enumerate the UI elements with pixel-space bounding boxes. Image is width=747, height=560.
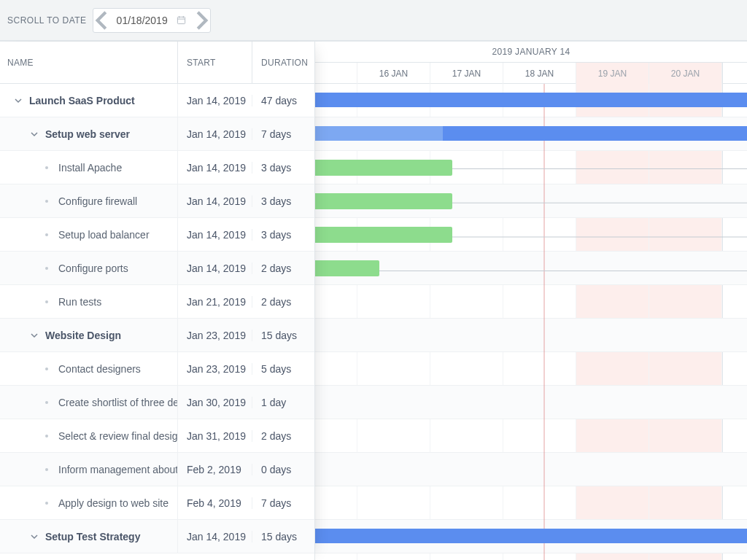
task-name: Inform management about decision [58,464,178,475]
task-name: Website Design [45,330,121,341]
table-row[interactable]: Create shortlist of three designsJan 30,… [0,386,314,419]
day-header [315,63,357,84]
task-name: Create shortlist of three designs [58,397,178,408]
task-start: Jan 14, 2019 [178,162,252,174]
task-start: Feb 4, 2019 [178,497,252,509]
summary-bar[interactable] [315,126,747,141]
task-start: Jan 14, 2019 [178,262,252,274]
col-header-duration[interactable]: DURATION [252,42,314,83]
timeline-header: 2019 JANUARY 14 16 JAN17 JAN18 JAN19 JAN… [315,42,747,84]
chevron-down-icon[interactable] [29,330,39,341]
table-row[interactable]: Configure portsJan 14, 20192 days [0,252,314,285]
task-name: Install Apache [58,162,122,174]
table-row[interactable]: Contact designersJan 23, 20195 days [0,352,314,386]
task-name: Select & review final design [58,430,178,442]
task-name: Configure firewall [58,195,137,207]
task-name: Apply design to web site [58,497,169,509]
day-header: 19 JAN [576,63,649,84]
scroll-to-date-label: SCROLL TO DATE [7,15,87,26]
task-start: Jan 21, 2019 [178,296,252,308]
day-header: 20 JAN [649,63,722,84]
table-row[interactable]: Install ApacheJan 14, 20193 days [0,151,314,184]
leaf-dot-icon [45,502,48,505]
chevron-down-icon[interactable] [29,532,39,542]
toolbar: SCROLL TO DATE [0,0,747,41]
task-duration: 15 days [252,330,314,341]
leaf-dot-icon [45,368,48,370]
col-header-start[interactable]: START [178,42,252,83]
task-start: Jan 23, 2019 [178,363,252,375]
date-input[interactable] [114,15,174,26]
gantt-timeline[interactable]: 2019 JANUARY 14 16 JAN17 JAN18 JAN19 JAN… [315,42,747,560]
task-name: Run tests [58,296,101,308]
task-start: Jan 23, 2019 [178,330,252,341]
svg-rect-0 [177,17,185,23]
table-row[interactable]: Select & review final designJan 31, 2019… [0,419,314,453]
task-start: Jan 14, 2019 [178,128,252,140]
task-duration: 2 days [252,430,314,442]
task-name: Launch SaaS Product [29,95,135,106]
task-start: Jan 31, 2019 [178,430,252,442]
grid-header: NAME START DURATION [0,42,314,84]
leaf-dot-icon [45,435,48,438]
leaf-dot-icon [45,267,48,270]
task-start: Feb 2, 2019 [178,464,252,475]
summary-bar[interactable] [315,93,747,107]
leaf-dot-icon [45,233,48,236]
table-row[interactable]: Launch SaaS ProductJan 14, 201947 days [0,84,314,117]
leaf-dot-icon [45,468,48,471]
chevron-down-icon[interactable] [13,96,23,106]
table-row[interactable]: Setup Test StrategyJan 14, 201915 days [0,520,314,553]
table-row[interactable]: Setup web serverJan 14, 20197 days [0,117,314,151]
day-header: 2 [722,63,747,84]
task-duration: 5 days [252,363,314,375]
date-prev-button[interactable] [93,9,114,32]
day-header: 17 JAN [430,63,503,84]
task-grid: NAME START DURATION Launch SaaS ProductJ… [0,42,315,560]
task-duration: 15 days [252,531,314,542]
table-row[interactable]: Website DesignJan 23, 201915 days [0,319,314,352]
date-picker[interactable] [93,8,211,33]
table-row[interactable]: Configure firewallJan 14, 20193 days [0,184,314,218]
task-duration: 3 days [252,195,314,207]
calendar-icon[interactable] [174,15,190,25]
summary-bar[interactable] [315,529,747,543]
task-bar[interactable] [315,193,452,209]
chevron-down-icon[interactable] [29,129,39,139]
task-start: Jan 30, 2019 [178,397,252,408]
task-start: Jan 14, 2019 [178,95,252,106]
task-duration: 3 days [252,229,314,241]
table-row[interactable]: Run testsJan 21, 20192 days [0,285,314,319]
task-start: Jan 14, 2019 [178,531,252,542]
task-name: Setup web server [45,128,130,140]
task-bar[interactable] [315,160,452,176]
task-name: Contact designers [58,363,141,375]
day-header: 18 JAN [503,63,576,84]
leaf-dot-icon [45,300,48,303]
task-bar[interactable] [315,227,452,243]
task-name: Configure ports [58,262,128,274]
task-duration: 2 days [252,296,314,308]
table-row[interactable]: Apply design to web siteFeb 4, 20197 day… [0,486,314,520]
col-header-name[interactable]: NAME [0,42,178,83]
task-duration: 3 days [252,162,314,174]
task-bar[interactable] [315,260,379,276]
leaf-dot-icon [45,401,48,404]
table-row[interactable]: Inform management about decisionFeb 2, 2… [0,453,314,486]
task-name: Setup Test Strategy [45,531,140,542]
task-duration: 47 days [252,95,314,106]
task-duration: 1 day [252,397,314,408]
date-next-button[interactable] [190,9,210,32]
leaf-dot-icon [45,200,48,203]
task-duration: 0 days [252,464,314,475]
task-duration: 7 days [252,128,314,140]
leaf-dot-icon [45,166,48,169]
task-start: Jan 14, 2019 [178,195,252,207]
task-duration: 7 days [252,497,314,509]
day-header: 16 JAN [357,63,430,84]
timeline-month-label: 2019 JANUARY 14 [315,42,747,63]
table-row[interactable]: Setup load balancerJan 14, 20193 days [0,218,314,252]
task-name: Setup load balancer [58,229,150,241]
task-duration: 2 days [252,262,314,274]
task-start: Jan 14, 2019 [178,229,252,241]
